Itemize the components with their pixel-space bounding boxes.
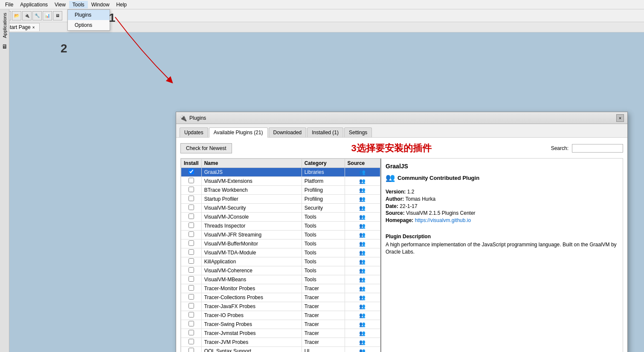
install-checkbox[interactable] (189, 214, 194, 219)
install-checkbox-cell[interactable] (181, 266, 202, 275)
toolbar-btn4[interactable]: 🔧 (32, 11, 42, 20)
menu-applications[interactable]: Applications (17, 1, 51, 9)
detail-homepage: Homepage: https://visualvm.github.io (386, 217, 618, 224)
install-checkbox-cell[interactable] (181, 302, 202, 311)
install-checkbox-cell[interactable] (181, 311, 202, 320)
install-checkbox[interactable] (189, 231, 194, 237)
install-checkbox[interactable] (189, 303, 194, 309)
table-row[interactable]: Tracer-JavaFX ProbesTracer👥 (181, 302, 380, 311)
menu-options[interactable]: Options (68, 20, 110, 30)
install-checkbox-cell[interactable] (181, 347, 202, 352)
install-checkbox-cell[interactable] (181, 275, 202, 284)
install-checkbox[interactable] (189, 339, 194, 344)
tab-close-icon[interactable]: × (32, 25, 35, 30)
install-checkbox-cell[interactable] (181, 195, 202, 204)
table-row[interactable]: BTrace WorkbenchProfiling👥 (181, 186, 380, 195)
plugin-source: 👥 (345, 302, 380, 311)
plugin-category: Tools (302, 222, 345, 231)
table-row[interactable]: KillApplicationTools👥 (181, 257, 380, 266)
table-row[interactable]: Tracer-JVM ProbesTracer👥 (181, 338, 380, 347)
install-checkbox[interactable] (189, 222, 194, 228)
install-checkbox[interactable] (189, 169, 194, 174)
plugin-name: VisualVM-Coherence (201, 266, 302, 275)
menu-plugins[interactable]: Plugins (68, 10, 110, 20)
table-row[interactable]: VisualVM-ExtensionsPlatform👥 (181, 177, 380, 186)
table-row[interactable]: VisualVM-SecuritySecurity👥 (181, 204, 380, 213)
table-row[interactable]: Threads InspectorTools👥 (181, 222, 380, 231)
tab-available-plugins[interactable]: Available Plugins (21) (209, 127, 268, 138)
install-checkbox-cell[interactable] (181, 338, 202, 347)
install-checkbox-cell[interactable] (181, 329, 202, 338)
dialog-close-button[interactable]: × (616, 114, 624, 122)
table-row[interactable]: VisualVM-BufferMonitorTools👥 (181, 239, 380, 248)
install-checkbox-cell[interactable] (181, 248, 202, 257)
menu-tools[interactable]: Tools (69, 1, 88, 9)
search-input[interactable] (572, 144, 623, 153)
install-checkbox[interactable] (189, 294, 194, 300)
community-icon: 👥 (386, 173, 395, 182)
plugin-source: 👥 (345, 311, 380, 320)
tab-downloaded[interactable]: Downloaded (269, 127, 307, 137)
menu-file[interactable]: File (2, 1, 17, 9)
menu-window[interactable]: Window (88, 1, 113, 9)
table-row[interactable]: VisualVM-MBeansTools👥 (181, 275, 380, 284)
install-checkbox-cell[interactable] (181, 257, 202, 266)
install-checkbox[interactable] (189, 267, 194, 273)
install-checkbox[interactable] (189, 258, 194, 264)
sidebar-applications-label[interactable]: Applications (1, 9, 8, 41)
install-checkbox[interactable] (189, 240, 194, 246)
table-row[interactable]: Tracer-Swing ProbesTracer👥 (181, 320, 380, 329)
plugin-category: Profiling (302, 186, 345, 195)
plugin-source: 👥 (345, 239, 380, 248)
install-checkbox-cell[interactable] (181, 168, 202, 177)
install-checkbox-cell[interactable] (181, 186, 202, 195)
table-row[interactable]: VisualVM-JConsoleTools👥 (181, 213, 380, 222)
install-checkbox-cell[interactable] (181, 293, 202, 302)
install-checkbox-cell[interactable] (181, 177, 202, 186)
menu-view[interactable]: View (51, 1, 69, 9)
install-checkbox-cell[interactable] (181, 204, 202, 213)
install-checkbox[interactable] (189, 348, 194, 352)
tab-updates[interactable]: Updates (180, 127, 208, 137)
install-checkbox[interactable] (189, 249, 194, 255)
plugin-name: GraalJS (201, 168, 302, 177)
install-checkbox[interactable] (189, 312, 194, 317)
table-row[interactable]: Tracer-Monitor ProbesTracer👥 (181, 284, 380, 293)
toolbar-btn5[interactable]: 📊 (43, 11, 52, 20)
menu-help[interactable]: Help (113, 1, 131, 9)
install-checkbox[interactable] (189, 276, 194, 282)
install-checkbox[interactable] (189, 205, 194, 210)
install-checkbox-cell[interactable] (181, 222, 202, 231)
install-checkbox[interactable] (189, 196, 194, 201)
install-checkbox[interactable] (189, 321, 194, 326)
plugin-category: Tools (302, 231, 345, 239)
plugin-category: Tools (302, 213, 345, 222)
install-checkbox-cell[interactable] (181, 213, 202, 222)
install-checkbox-cell[interactable] (181, 320, 202, 329)
install-checkbox-cell[interactable] (181, 239, 202, 248)
table-row[interactable]: Tracer-Jvmstat ProbesTracer👥 (181, 329, 380, 338)
tab-settings[interactable]: Settings (344, 127, 372, 137)
install-checkbox[interactable] (189, 285, 194, 291)
plugin-source: 👥 (345, 257, 380, 266)
install-checkbox[interactable] (189, 330, 194, 335)
install-checkbox-cell[interactable] (181, 231, 202, 239)
table-row[interactable]: Startup ProfilerProfiling👥 (181, 195, 380, 204)
check-newest-button[interactable]: Check for Newest (180, 143, 232, 153)
toolbar-btn6[interactable]: 🖥 (53, 11, 62, 20)
table-row[interactable]: Tracer-Collections ProbesTracer👥 (181, 293, 380, 302)
install-checkbox[interactable] (189, 187, 194, 192)
toolbar-open[interactable]: 📂 (12, 11, 21, 20)
table-row[interactable]: VisualVM-TDA-ModuleTools👥 (181, 248, 380, 257)
toolbar-btn3[interactable]: 🔌 (22, 11, 32, 20)
table-row[interactable]: OQL Syntax SupportUI👥 (181, 347, 380, 352)
table-row[interactable]: VisualVM-JFR StreamingTools👥 (181, 231, 380, 239)
sidebar-icon[interactable]: 🖥 (2, 43, 8, 50)
install-checkbox[interactable] (189, 178, 194, 183)
tab-installed[interactable]: Installed (1) (307, 127, 343, 137)
table-row[interactable]: GraalJSLibraries👥 (181, 168, 380, 177)
table-row[interactable]: Tracer-IO ProbesTracer👥 (181, 311, 380, 320)
table-row[interactable]: VisualVM-CoherenceTools👥 (181, 266, 380, 275)
homepage-link[interactable]: https://visualvm.github.io (415, 217, 471, 223)
install-checkbox-cell[interactable] (181, 284, 202, 293)
